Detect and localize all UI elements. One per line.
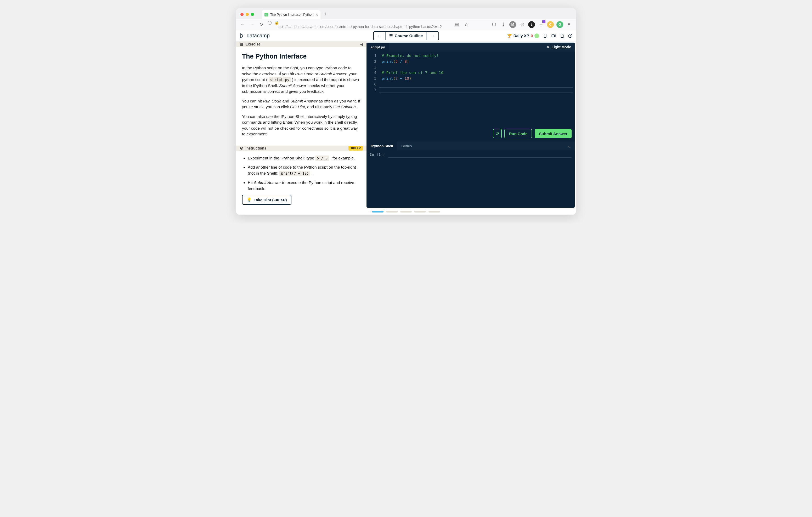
info-icon[interactable]: ⓘ [519, 21, 526, 28]
shell-prompt-text: In [1]: [370, 152, 385, 158]
exercise-title: The Python Interface [242, 52, 361, 61]
lightbulb-icon: 💡 [247, 197, 252, 202]
light-mode-toggle[interactable]: ☀ Light Mode [543, 42, 575, 52]
svg-rect-0 [544, 34, 546, 38]
browser-tab-strip: D The Python Interface | Python × + [236, 8, 576, 19]
extension-m-icon[interactable]: M [509, 21, 516, 28]
profile-g-icon[interactable]: G [556, 21, 563, 28]
instruction-item-3: Hit Submit Answer to execute the Python … [248, 180, 361, 192]
add-tab-button[interactable]: + [324, 11, 327, 18]
progress-bar [236, 209, 576, 215]
editor-tab-script[interactable]: script.py [367, 42, 389, 52]
reader-mode-icon[interactable]: ▤ [453, 21, 460, 28]
left-column: ▦ Exercise ◀ The Python Interface In the… [236, 41, 367, 209]
exercise-section-header: ▦ Exercise ◀ [236, 41, 367, 47]
browser-tab[interactable]: D The Python Interface | Python × [262, 10, 320, 19]
light-mode-label: Light Mode [551, 45, 571, 49]
extension-counter-icon[interactable]: 1 [528, 21, 535, 28]
prev-exercise-button[interactable]: ← [374, 32, 385, 40]
close-tab-icon[interactable]: × [316, 12, 318, 17]
progress-segment-3[interactable] [400, 211, 412, 213]
xp-badge: 100 XP [348, 146, 363, 151]
exercise-p3: You can also use the IPython Shell inter… [242, 114, 361, 137]
shell-input[interactable] [388, 152, 572, 158]
shell-tab-slides[interactable]: Slides [397, 142, 416, 150]
trophy-icon: 🏆 [507, 33, 512, 38]
logo[interactable]: datacamp [239, 33, 270, 39]
instructions-label: Instructions [245, 146, 266, 150]
course-outline-button[interactable]: ☰ Course Outline [385, 32, 427, 40]
download-icon[interactable]: ⭳ [500, 21, 507, 28]
shell-body[interactable]: In [1]: [367, 150, 575, 208]
menu-icon[interactable]: ≡ [566, 21, 573, 28]
badge-icon: ! [542, 20, 545, 23]
window-maximize-icon[interactable] [251, 13, 254, 16]
header-right: 🏆 Daily XP 0 [507, 33, 573, 38]
code-editor[interactable]: 1 2 3 4 5 6 7 # Example, do not modify! … [367, 52, 575, 142]
pocket-icon[interactable]: ⬡ [491, 21, 497, 28]
window-minimize-icon[interactable] [245, 13, 249, 16]
sun-icon: ☀ [547, 45, 550, 49]
traffic-lights [239, 13, 257, 19]
instruction-item-1: Experiment in the IPython Shell; type 5 … [248, 155, 361, 161]
url-bar: ← → ⟳ ◯ 🔒 https://campus.datacamp.com/co… [236, 19, 576, 30]
browser-window: D The Python Interface | Python × + ← → … [236, 8, 576, 215]
daily-xp[interactable]: 🏆 Daily XP 0 [507, 33, 539, 38]
exercise-section-label: Exercise [245, 42, 261, 46]
app-body: ▦ Exercise ◀ The Python Interface In the… [236, 41, 576, 209]
nav-reload-icon[interactable]: ⟳ [258, 21, 265, 28]
instruction-item-2: Add another line of code to the Python s… [248, 164, 361, 176]
exercise-p1: In the Python script on the right, you c… [242, 65, 361, 94]
svg-rect-1 [552, 34, 554, 37]
progress-segment-2[interactable] [386, 211, 398, 213]
favicon-icon: D [264, 13, 268, 17]
mobile-icon[interactable] [543, 33, 548, 38]
nav-forward-icon[interactable]: → [249, 21, 256, 28]
right-column: script.py ☀ Light Mode 1 2 3 4 5 6 7 # E… [367, 42, 575, 208]
shield-icon[interactable]: ◯ [268, 20, 272, 25]
progress-segment-1[interactable] [372, 211, 383, 213]
submit-answer-button[interactable]: Submit Answer [535, 129, 572, 138]
shell-expand-icon[interactable]: ⌄ [564, 142, 575, 150]
take-hint-button[interactable]: 💡 Take Hint (-30 XP) [242, 195, 291, 205]
code-lines: # Example, do not modify! print(5 / 8) #… [379, 52, 575, 142]
lock-icon[interactable]: 🔒 [274, 20, 279, 25]
tab-title: The Python Interface | Python [270, 13, 313, 17]
profile-c-icon[interactable]: C [547, 21, 554, 28]
app-header: datacamp ← ☰ Course Outline → 🏆 Daily XP… [236, 30, 576, 41]
svg-point-4 [570, 36, 571, 37]
shell-prompt: In [1]: [370, 152, 572, 158]
url-domain: datacamp.com [301, 25, 325, 29]
extension-sliders-icon[interactable]: 𝄛! [538, 21, 544, 28]
progress-segment-4[interactable] [414, 211, 426, 213]
exercise-p2: You can hit Run Code and Submit Answer a… [242, 98, 361, 110]
document-icon[interactable] [559, 33, 564, 38]
bookmark-icon[interactable]: ☆ [463, 21, 470, 28]
check-icon: ⊘ [240, 146, 243, 151]
course-nav: ← ☰ Course Outline → [373, 31, 439, 40]
report-issue-icon[interactable] [568, 33, 573, 38]
next-exercise-button[interactable]: → [427, 32, 438, 40]
editor-actions: ↺ Run Code Submit Answer [493, 129, 572, 138]
url-path: /courses/intro-to-python-for-data-scienc… [325, 25, 442, 29]
daily-xp-value: 0 [531, 33, 533, 38]
logo-text: datacamp [247, 33, 270, 39]
editor-gutter: 1 2 3 4 5 6 7 [367, 52, 379, 142]
hint-label: Take Hint (-30 XP) [254, 197, 287, 202]
daily-xp-label: Daily XP [514, 33, 529, 38]
url-display[interactable]: ◯ 🔒 https://campus.datacamp.com/courses/… [268, 20, 451, 29]
video-icon[interactable] [551, 33, 556, 38]
window-close-icon[interactable] [240, 13, 243, 16]
url-pre: https://campus. [277, 25, 301, 29]
nav-back-icon[interactable]: ← [239, 21, 246, 28]
exercise-content: The Python Interface In the Python scrip… [236, 47, 367, 145]
shell-tabs: IPython Shell Slides ⌄ [367, 142, 575, 150]
reset-button[interactable]: ↺ [493, 129, 502, 138]
collapse-icon[interactable]: ◀ [360, 42, 363, 46]
instructions-body: Experiment in the IPython Shell; type 5 … [236, 151, 367, 209]
editor-tabs: script.py ☀ Light Mode [367, 42, 575, 52]
progress-segment-5[interactable] [429, 211, 440, 213]
run-code-button[interactable]: Run Code [504, 129, 532, 138]
shell-tab-ipython[interactable]: IPython Shell [367, 142, 397, 150]
cursor-line [379, 87, 573, 93]
